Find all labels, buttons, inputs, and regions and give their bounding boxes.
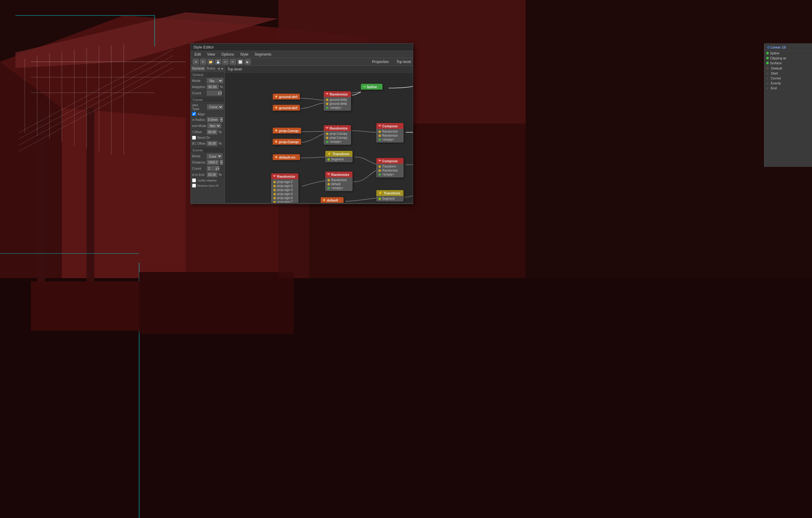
node-prop-canopy-2[interactable]: ★ prop-Canop: bbox=[273, 139, 301, 145]
randomize-1-icon: ❤ bbox=[326, 92, 328, 96]
menu-view[interactable]: View bbox=[206, 52, 216, 57]
st-to-end-input[interactable] bbox=[207, 172, 218, 177]
node-compose-2[interactable]: ❤ Compose Transform Randomize <empty> bbox=[376, 158, 404, 177]
evenly-mode-select[interactable]: Count bbox=[207, 154, 222, 158]
bevel-mode-row: evel Mode None bbox=[191, 123, 225, 129]
count-default-spinner[interactable]: ▲▼ bbox=[207, 91, 222, 95]
align-label: Align bbox=[197, 112, 205, 116]
count-spinner-up[interactable]: ▲▼ bbox=[218, 91, 222, 95]
toolbar-btn-7[interactable]: ⬜ bbox=[237, 59, 243, 65]
toolbar-btn-5[interactable]: ✂ bbox=[222, 59, 229, 65]
toolbar-btn-3[interactable]: 📁 bbox=[207, 59, 214, 65]
reverse-checkbox[interactable] bbox=[192, 184, 196, 188]
toolbar-btn-8[interactable]: ▶ bbox=[244, 59, 251, 65]
node-randomize-3-body: prop-sign-2 prop-sign-5 prop-sign-3 prop… bbox=[271, 179, 298, 203]
toolbar-btn-2[interactable]: ↻ bbox=[200, 59, 206, 65]
distance-spinner[interactable]: ▼ bbox=[220, 160, 223, 165]
count-evenly-spinner[interactable]: ▲▼ bbox=[207, 166, 219, 171]
node-randomize-3[interactable]: ❤ Randomize prop-sign-2 prop-sign-5 prop… bbox=[271, 173, 298, 203]
node-randomize-4-header: ❤ Randomize bbox=[325, 172, 352, 177]
node-spline[interactable]: ↝ Spline bbox=[361, 84, 382, 90]
randomize-3-icon: ❤ bbox=[273, 174, 276, 178]
tab-arrow-right[interactable]: ▶ bbox=[221, 66, 225, 71]
count-evenly-input[interactable] bbox=[207, 166, 216, 171]
node-randomize-4[interactable]: ❤ Randomize Randomize default <empty> bbox=[325, 172, 352, 191]
rp-item-clipping[interactable]: Clipping ar bbox=[764, 56, 812, 61]
svg-rect-8 bbox=[37, 108, 45, 281]
node-randomize-2-header: ❤ Randomize bbox=[324, 125, 351, 131]
port-empty-c2: <empty> bbox=[378, 173, 401, 177]
node-randomize-1[interactable]: ❤ Randomize ground-defai ground-defai <e… bbox=[324, 91, 351, 111]
node-ground-def-1[interactable]: ★ ground-def: bbox=[273, 94, 300, 99]
port-dot-2 bbox=[326, 102, 328, 105]
rp-item-spline[interactable]: Spline bbox=[764, 51, 812, 56]
justify-checkbox[interactable] bbox=[192, 178, 196, 182]
node-graph[interactable]: Top level bbox=[225, 66, 413, 203]
tab-arrow-left[interactable]: ◀ bbox=[216, 66, 221, 71]
port-transform-c2: Transform bbox=[378, 164, 401, 169]
bevel-on-row: Bevel On bbox=[191, 135, 225, 140]
tab-rules[interactable]: Rules bbox=[205, 66, 216, 71]
rp-item-end[interactable]: ○ End bbox=[764, 86, 812, 91]
rp-item-surface[interactable]: Surface bbox=[764, 61, 812, 65]
radius-label: xt Radius bbox=[192, 118, 206, 121]
node-compose-1-body: Randomize Randomize <empty> bbox=[376, 129, 404, 143]
spline-icon: ↝ bbox=[363, 85, 366, 89]
port-dot-r2-1 bbox=[326, 132, 328, 135]
distance-input[interactable] bbox=[207, 160, 219, 165]
radius-input[interactable] bbox=[207, 117, 219, 122]
node-ground-def-2[interactable]: ★ ground-def: bbox=[273, 105, 300, 111]
tab-general[interactable]: General bbox=[191, 66, 205, 71]
node-transform-3[interactable]: ⚡ Transform Segment bbox=[376, 190, 404, 202]
node-default-ev[interactable]: ★ default-ev: bbox=[273, 154, 300, 160]
bevel-on-checkbox[interactable] bbox=[192, 136, 196, 140]
adaptive-unit: % bbox=[220, 85, 223, 89]
node-compose-1-header: ❤ Compose bbox=[376, 123, 404, 129]
node-prop-canopy-1[interactable]: ★ prop-Canop: bbox=[273, 128, 301, 133]
rp-item-default[interactable]: ▷ Default bbox=[764, 65, 812, 71]
distance-row: Distance ▼ bbox=[191, 159, 225, 165]
port-dot-c2-2 bbox=[378, 170, 381, 172]
rp-dot-surface bbox=[766, 62, 769, 64]
mode-select[interactable]: Tile bbox=[207, 78, 223, 83]
offset-unit: % bbox=[219, 130, 222, 134]
rp-item-corner[interactable]: ○ Corner bbox=[764, 76, 812, 81]
port-ground-defai-2: ground-defai bbox=[326, 102, 349, 106]
menu-options[interactable]: Options bbox=[220, 52, 235, 57]
node-default[interactable]: ★ default bbox=[321, 197, 344, 203]
bevel-mode-select[interactable]: None bbox=[207, 123, 221, 128]
p1 bbox=[273, 181, 276, 183]
adaptive-input[interactable] bbox=[207, 84, 219, 89]
count-default-input[interactable] bbox=[207, 91, 218, 95]
node-transform-1[interactable]: ⚡ Transform Segment bbox=[325, 151, 352, 162]
rp-item-evenly[interactable]: ○ Evenly bbox=[764, 81, 812, 86]
offset-row: l Offset % bbox=[191, 129, 225, 135]
bc-offset-unit: % bbox=[219, 142, 222, 145]
offset-label: l Offset bbox=[192, 130, 206, 134]
transform-3-icon: ⚡ bbox=[378, 191, 382, 195]
port-dot-1 bbox=[326, 99, 328, 101]
toolbar-btn-1[interactable]: ↺ bbox=[193, 59, 199, 65]
node-randomize-3-header: ❤ Randomize bbox=[271, 173, 298, 179]
vtex-type-select[interactable]: Corner o bbox=[207, 104, 223, 110]
distance-label: Distance bbox=[192, 160, 206, 164]
align-checkbox[interactable] bbox=[192, 112, 196, 116]
radius-spinner[interactable]: ▼ bbox=[220, 117, 223, 122]
menu-style[interactable]: Style bbox=[239, 52, 250, 57]
rp-item-start[interactable]: ○ Start bbox=[764, 71, 812, 76]
svg-marker-3 bbox=[0, 278, 185, 518]
node-randomize-2[interactable]: ❤ Randomize prop-Canopy prop-Canopy <emp… bbox=[324, 125, 351, 145]
toolbar-btn-6[interactable]: ✏ bbox=[230, 59, 236, 65]
node-compose-1[interactable]: ❤ Compose Randomize Randomize <empty> bbox=[376, 123, 404, 143]
bc-offset-input[interactable] bbox=[207, 141, 218, 146]
port-segment-t1: Segment bbox=[327, 157, 350, 161]
evenly-mode-label: Mode bbox=[192, 154, 206, 158]
menu-edit[interactable]: Edit bbox=[193, 52, 202, 57]
count-evenly-btn[interactable]: ▲▼ bbox=[216, 166, 219, 171]
toolbar-btn-4[interactable]: 💾 bbox=[215, 59, 221, 65]
svg-marker-4 bbox=[62, 108, 185, 278]
offset-input[interactable] bbox=[207, 129, 218, 134]
properties-panel: General Rules ◀ ▶ Default Mode Tile Adap… bbox=[191, 66, 225, 203]
st-to-end-row: st to End % bbox=[191, 172, 225, 178]
menu-segments[interactable]: Segments bbox=[254, 52, 273, 57]
